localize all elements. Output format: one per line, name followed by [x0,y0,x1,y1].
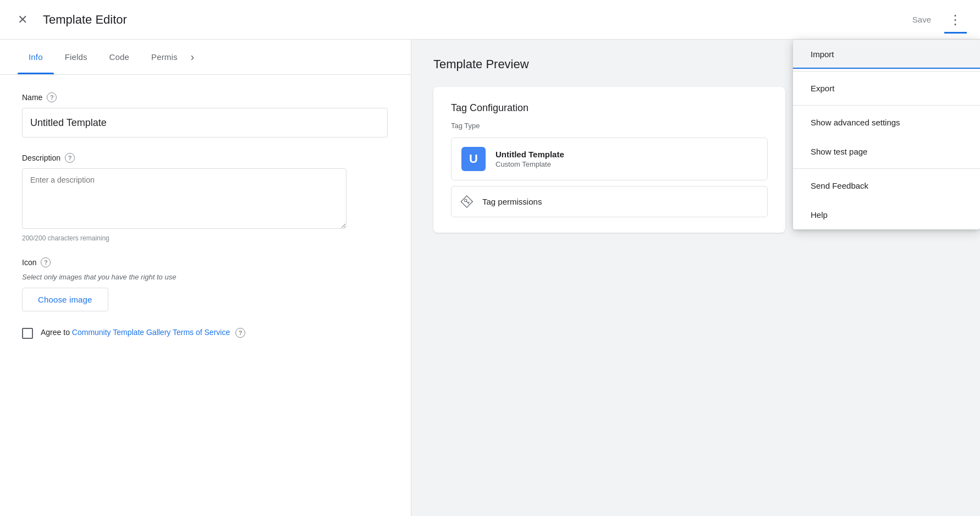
terms-text: Agree to Community Template Gallery Term… [41,327,245,338]
left-content: Name ? Description ? 200/200 characters … [0,75,411,516]
terms-help-icon[interactable]: ? [235,328,245,338]
key-icon: ⚿ [459,193,475,210]
terms-link[interactable]: Community Template Gallery Terms of Serv… [72,328,230,337]
icon-label: Icon ? [22,257,389,267]
dropdown-item-test-page[interactable]: Show test page [793,137,980,166]
tag-config-title: Tag Configuration [451,102,768,114]
dropdown-item-send-feedback[interactable]: Send Feedback [793,171,980,200]
tag-type-label: Tag Type [451,122,768,130]
choose-image-button[interactable]: Choose image [22,288,108,311]
dropdown-divider-2 [793,105,980,106]
tag-config-card: Tag Configuration Tag Type U Untitled Te… [433,87,785,233]
tab-permis[interactable]: Permis [140,40,189,74]
description-field-group: Description ? 200/200 characters remaini… [22,153,389,242]
dropdown-item-advanced-settings[interactable]: Show advanced settings [793,108,980,137]
name-help-icon[interactable]: ? [47,92,57,102]
description-label: Description ? [22,153,389,163]
terms-row: Agree to Community Template Gallery Term… [22,327,389,339]
app-title: Template Editor [43,13,127,27]
name-input[interactable] [22,108,388,138]
save-button[interactable]: Save [904,10,940,29]
dropdown-divider-3 [793,168,980,169]
permissions-text: Tag permissions [482,197,542,206]
top-bar: ✕ Template Editor Save ⋮ [0,0,980,40]
name-label: Name ? [22,92,389,102]
char-count: 200/200 characters remaining [22,234,389,242]
name-field-group: Name ? [22,92,389,138]
icon-subtitle: Select only images that you have the rig… [22,273,389,281]
top-bar-left: ✕ Template Editor [13,8,127,31]
left-panel: Info Fields Code Permis › Name ? [0,40,411,516]
tabs-bar: Info Fields Code Permis › [0,40,411,75]
tag-sub: Custom Template [495,160,757,168]
tab-code[interactable]: Code [98,40,140,74]
more-button[interactable]: ⋮ [944,8,967,32]
dropdown-divider-1 [793,71,980,72]
dropdown-item-help[interactable]: Help [793,200,980,229]
tag-icon-box: U [461,147,486,171]
description-textarea[interactable] [22,168,346,229]
dropdown-item-export[interactable]: Export [793,74,980,103]
tab-info[interactable]: Info [18,40,54,74]
icon-help-icon[interactable]: ? [41,257,51,267]
permissions-item[interactable]: ⚿ Tag permissions [451,186,768,217]
tabs-chevron[interactable]: › [191,51,195,63]
top-bar-right: Save ⋮ [904,8,967,32]
tag-info: Untitled Template Custom Template [495,150,757,168]
tab-fields[interactable]: Fields [54,40,98,74]
tag-type-item[interactable]: U Untitled Template Custom Template [451,138,768,180]
close-button[interactable]: ✕ [13,8,32,31]
dropdown-item-import[interactable]: Import [793,40,980,69]
terms-checkbox[interactable] [22,328,33,339]
more-icon: ⋮ [949,12,962,28]
dropdown-menu: Import Export Show advanced settings Sho… [793,40,980,229]
description-help-icon[interactable]: ? [65,153,75,163]
tag-name: Untitled Template [495,150,757,159]
icon-field-group: Icon ? Select only images that you have … [22,257,389,311]
